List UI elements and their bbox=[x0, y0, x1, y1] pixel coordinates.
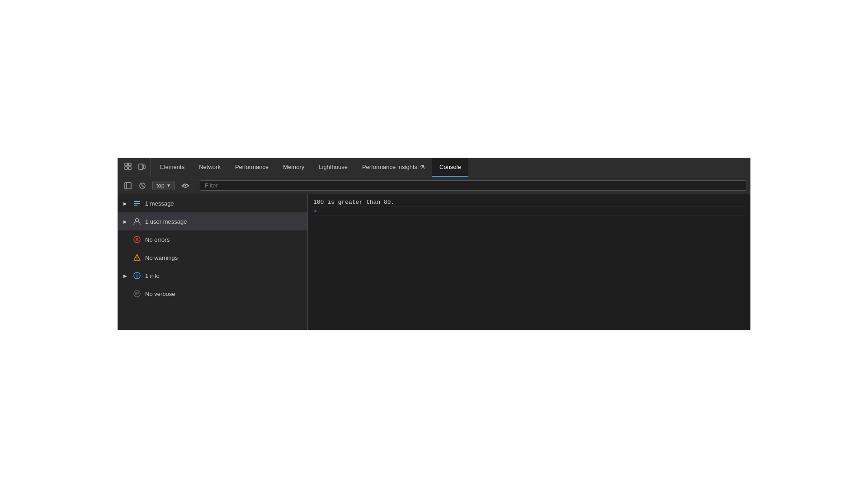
inspect-element-icon[interactable] bbox=[123, 162, 133, 174]
console-toolbar: top ▼ bbox=[118, 177, 750, 194]
context-selector[interactable]: top ▼ bbox=[152, 181, 175, 190]
device-toolbar-icon[interactable] bbox=[137, 162, 147, 174]
warnings-label: No warnings bbox=[145, 254, 178, 261]
sidebar-item-messages[interactable]: ▶ 1 message bbox=[118, 194, 307, 212]
list-icon bbox=[132, 199, 142, 208]
errors-label: No errors bbox=[145, 236, 170, 243]
sidebar-item-info[interactable]: ▶ 1 info bbox=[118, 267, 307, 285]
main-content: ▶ 1 message ▶ bbox=[118, 194, 750, 330]
console-prompt-line[interactable]: > bbox=[313, 207, 745, 216]
tab-performance[interactable]: Performance bbox=[228, 158, 276, 177]
clear-console-button[interactable] bbox=[136, 180, 149, 191]
info-label: 1 info bbox=[145, 272, 160, 279]
context-dropdown-arrow: ▼ bbox=[166, 183, 171, 188]
console-sidebar: ▶ 1 message ▶ bbox=[118, 194, 308, 330]
svg-line-9 bbox=[141, 184, 144, 187]
info-icon bbox=[132, 271, 142, 280]
messages-label: 1 message bbox=[145, 200, 174, 207]
svg-point-22 bbox=[137, 274, 137, 275]
tab-performance-insights[interactable]: Performance insights ⚗ bbox=[355, 158, 432, 177]
devtools-panel: Elements Network Performance Memory Ligh… bbox=[118, 158, 750, 330]
sidebar-item-errors[interactable]: No errors bbox=[118, 230, 307, 249]
svg-rect-6 bbox=[125, 183, 131, 189]
expand-arrow-messages: ▶ bbox=[123, 201, 129, 206]
svg-rect-4 bbox=[139, 164, 143, 169]
eye-icon-button[interactable] bbox=[179, 180, 192, 192]
expand-arrow-user-messages: ▶ bbox=[123, 219, 129, 224]
tab-network[interactable]: Network bbox=[192, 158, 228, 177]
sidebar-item-verbose[interactable]: No verbose bbox=[118, 285, 307, 303]
verbose-label: No verbose bbox=[145, 291, 175, 297]
svg-point-11 bbox=[184, 185, 186, 186]
filter-input[interactable] bbox=[200, 180, 746, 191]
svg-rect-3 bbox=[128, 167, 131, 169]
svg-point-20 bbox=[137, 259, 137, 260]
svg-rect-2 bbox=[125, 167, 127, 169]
warning-icon bbox=[132, 253, 142, 262]
console-output[interactable]: 100 is greater than 89. > bbox=[308, 194, 750, 330]
sidebar-item-user-messages[interactable]: ▶ 1 user message bbox=[118, 212, 307, 230]
tab-memory[interactable]: Memory bbox=[276, 158, 311, 177]
toolbar-divider bbox=[196, 181, 196, 190]
verbose-icon bbox=[132, 289, 142, 298]
svg-rect-5 bbox=[143, 165, 145, 169]
flask-icon: ⚗ bbox=[420, 164, 425, 170]
svg-rect-1 bbox=[128, 163, 131, 166]
tab-bar: Elements Network Performance Memory Ligh… bbox=[118, 158, 750, 177]
tab-lighthouse[interactable]: Lighthouse bbox=[311, 158, 355, 177]
tab-elements[interactable]: Elements bbox=[153, 158, 192, 177]
svg-rect-0 bbox=[125, 163, 127, 166]
error-icon bbox=[132, 235, 142, 244]
user-messages-label: 1 user message bbox=[145, 218, 187, 225]
console-output-text: 100 is greater than 89. bbox=[313, 199, 394, 206]
expand-arrow-info: ▶ bbox=[123, 273, 129, 278]
user-icon bbox=[132, 217, 142, 226]
console-prompt-symbol: > bbox=[313, 208, 317, 215]
tab-bar-icons bbox=[120, 158, 151, 177]
sidebar-toggle-button[interactable] bbox=[122, 180, 134, 191]
console-output-line: 100 is greater than 89. bbox=[313, 198, 745, 207]
tab-console[interactable]: Console bbox=[432, 158, 468, 177]
context-value: top bbox=[156, 182, 165, 189]
sidebar-item-warnings[interactable]: No warnings bbox=[118, 249, 307, 267]
